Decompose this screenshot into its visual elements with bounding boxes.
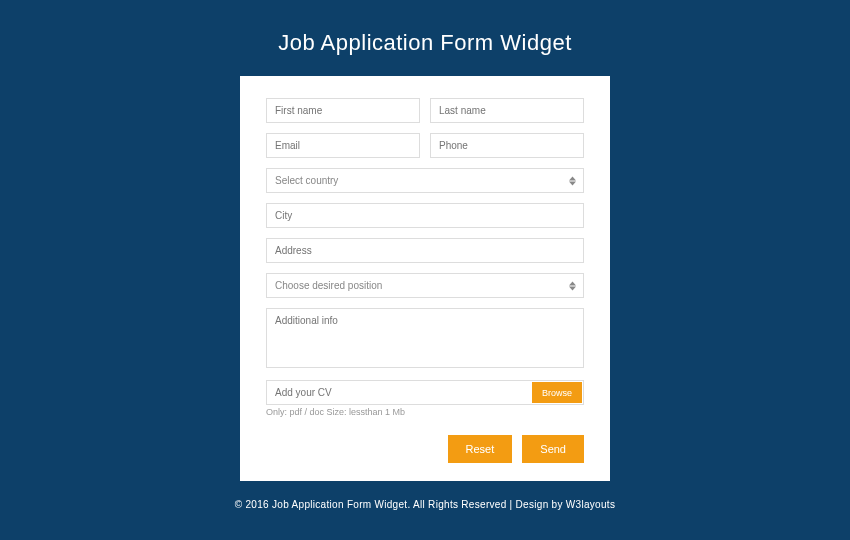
cv-hint: Only: pdf / doc Size: lessthan 1 Mb <box>266 407 584 417</box>
additional-info-field[interactable] <box>266 308 584 368</box>
country-select-wrap: Select country <box>266 168 584 193</box>
name-row <box>266 98 584 123</box>
cv-field[interactable] <box>267 381 531 404</box>
city-row <box>266 203 584 228</box>
browse-button[interactable]: Browse <box>532 382 582 403</box>
city-field[interactable] <box>266 203 584 228</box>
buttons-row: Reset Send <box>266 435 584 463</box>
first-name-field[interactable] <box>266 98 420 123</box>
address-field[interactable] <box>266 238 584 263</box>
form-card: Select country Choose desired position B… <box>240 76 610 481</box>
position-select[interactable]: Choose desired position <box>266 273 584 298</box>
cv-row: Browse <box>266 380 584 405</box>
address-row <box>266 238 584 263</box>
country-select[interactable]: Select country <box>266 168 584 193</box>
page-title: Job Application Form Widget <box>278 30 572 56</box>
reset-button[interactable]: Reset <box>448 435 513 463</box>
last-name-field[interactable] <box>430 98 584 123</box>
contact-row <box>266 133 584 158</box>
email-field[interactable] <box>266 133 420 158</box>
send-button[interactable]: Send <box>522 435 584 463</box>
position-select-wrap: Choose desired position <box>266 273 584 298</box>
phone-field[interactable] <box>430 133 584 158</box>
footer-text: © 2016 Job Application Form Widget. All … <box>235 499 615 510</box>
